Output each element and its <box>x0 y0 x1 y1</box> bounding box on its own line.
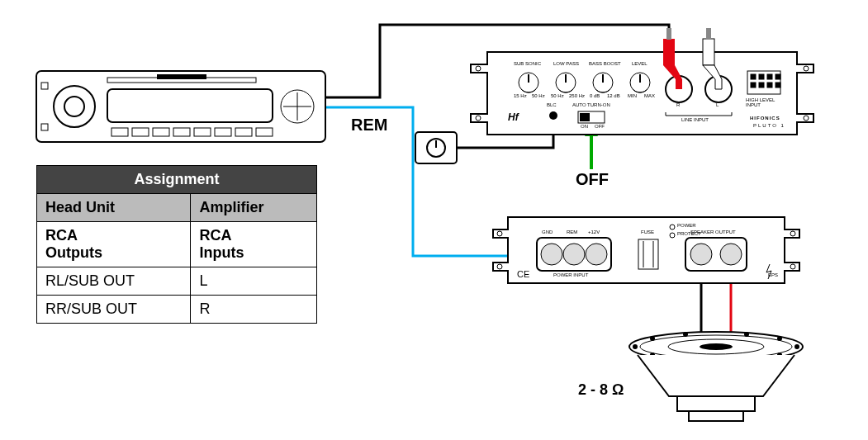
svg-point-67 <box>690 244 712 265</box>
svg-point-34 <box>549 111 557 120</box>
svg-point-75 <box>794 344 799 349</box>
svg-rect-1 <box>157 74 206 79</box>
label-blc: BLC <box>547 102 557 107</box>
svg-point-60 <box>586 244 607 265</box>
svg-rect-45 <box>751 74 756 79</box>
svg-rect-85 <box>689 411 743 421</box>
svg-rect-36 <box>580 113 590 121</box>
col-head-unit: Head Unit <box>37 194 191 222</box>
label-knob-level: LEVEL <box>632 61 647 66</box>
label-power-input: POWER INPUT <box>553 272 588 277</box>
label-auto-off: OFF <box>595 124 605 129</box>
svg-rect-42 <box>703 39 714 65</box>
table-row: RR/SUB OUT R <box>37 296 317 324</box>
svg-rect-50 <box>759 83 764 88</box>
svg-point-68 <box>720 244 742 265</box>
svg-point-3 <box>64 97 84 116</box>
col-amplifier: Amplifier <box>191 194 317 222</box>
svg-rect-40 <box>666 28 671 40</box>
svg-point-77 <box>777 336 782 341</box>
svg-text:Hf: Hf <box>508 111 519 123</box>
label-protect-led: PROTECT <box>677 231 701 236</box>
label-off: OFF <box>576 170 609 189</box>
label-rem: REM <box>351 116 387 135</box>
table-row: RL/SUB OUT L <box>37 267 317 296</box>
amplifier-bottom-panel: CE <box>493 217 799 283</box>
range-subsonic-hi: 50 Hz <box>532 93 545 98</box>
label-power-led: POWER <box>677 223 696 228</box>
label-rca-l: L <box>716 102 719 107</box>
range-bassboost-lo: 0 dB <box>590 93 600 98</box>
table-title: Assignment <box>37 166 317 194</box>
subwoofer <box>629 332 803 421</box>
label-gnd: GND <box>542 229 553 234</box>
label-knob-subsonic: SUB SONIC <box>514 61 541 66</box>
range-level-lo: MIN <box>628 93 637 98</box>
svg-rect-51 <box>767 83 772 88</box>
label-eps: EPS <box>768 272 778 277</box>
range-bassboost-hi: 12 dB <box>607 93 620 98</box>
svg-text:CE: CE <box>517 269 529 279</box>
range-lowpass-hi: 250 Hz <box>569 93 585 98</box>
label-knob-lowpass: LOW PASS <box>553 61 579 66</box>
label-brand: HIFONICS <box>750 116 780 121</box>
table-row: RCA Outputs RCA Inputs <box>37 222 317 267</box>
svg-point-58 <box>541 244 562 265</box>
range-level-hi: MAX <box>644 93 655 98</box>
svg-rect-52 <box>776 83 780 88</box>
assignment-table: Assignment Head Unit Amplifier RCA Outpu… <box>36 165 317 324</box>
range-subsonic-lo: 15 Hz <box>514 93 527 98</box>
svg-point-59 <box>563 244 585 265</box>
head-unit <box>36 71 325 142</box>
svg-point-79 <box>744 332 749 337</box>
svg-point-78 <box>683 332 688 337</box>
label-auto-turn-on: AUTO TURN-ON <box>572 102 610 107</box>
svg-point-73 <box>700 343 733 350</box>
label-rem-term: REM <box>567 229 577 234</box>
svg-rect-5 <box>107 89 273 122</box>
remote-bass-control <box>415 132 457 163</box>
svg-rect-48 <box>776 74 780 79</box>
label-high-level: HIGH LEVEL INPUT <box>746 97 775 107</box>
svg-rect-61 <box>638 239 658 269</box>
label-speaker-load: 2 - 8 Ω <box>578 381 624 399</box>
label-rca-r: R <box>676 102 680 107</box>
label-line-input: LINE INPUT <box>681 117 709 122</box>
svg-rect-84 <box>677 396 755 411</box>
label-auto-on: ON <box>581 124 588 129</box>
label-knob-bassboost: BASS BOOST <box>589 61 621 66</box>
label-model: PLUTO 1 <box>753 123 785 128</box>
label-12v: +12V <box>588 229 600 234</box>
svg-point-74 <box>633 344 638 349</box>
label-fuse: FUSE <box>641 229 654 234</box>
svg-rect-46 <box>759 74 764 79</box>
svg-rect-43 <box>706 28 711 40</box>
svg-rect-47 <box>767 74 772 79</box>
range-lowpass-lo: 50 Hz <box>551 93 564 98</box>
svg-rect-49 <box>751 83 756 88</box>
svg-point-76 <box>650 336 655 341</box>
svg-rect-39 <box>663 39 675 65</box>
